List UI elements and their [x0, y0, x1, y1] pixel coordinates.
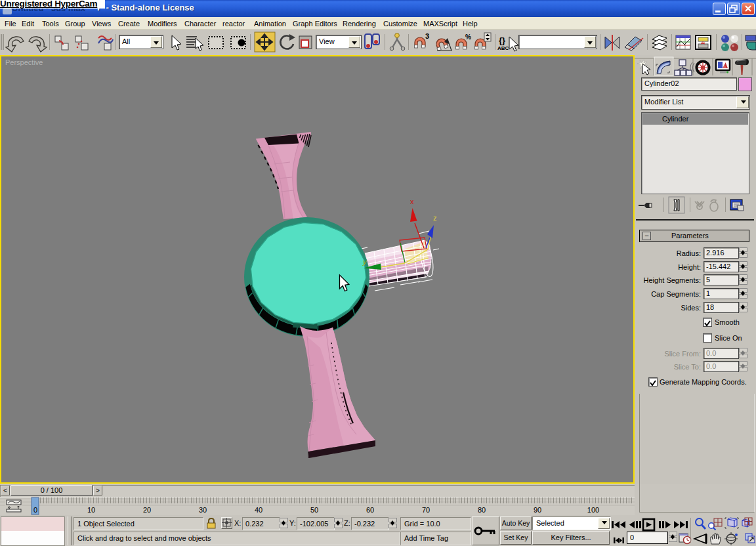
svg-text:3: 3: [425, 32, 429, 40]
svg-text:100: 100: [587, 506, 599, 514]
svg-text:40: 40: [255, 506, 262, 514]
svg-text:90: 90: [534, 506, 541, 514]
svg-text:50: 50: [310, 506, 318, 514]
svg-text:%: %: [465, 33, 471, 41]
svg-text:x: x: [410, 198, 414, 205]
svg-text:20: 20: [143, 506, 151, 514]
svg-text:80: 80: [478, 506, 486, 514]
svg-text:{}: {}: [499, 35, 505, 45]
svg-text:60: 60: [366, 506, 374, 514]
svg-text:10: 10: [87, 506, 95, 514]
svg-text:0: 0: [33, 506, 37, 514]
svg-text:70: 70: [422, 506, 430, 514]
svg-text:30: 30: [199, 506, 207, 514]
svg-text:ABC: ABC: [497, 45, 509, 51]
svg-text:z: z: [433, 214, 437, 222]
